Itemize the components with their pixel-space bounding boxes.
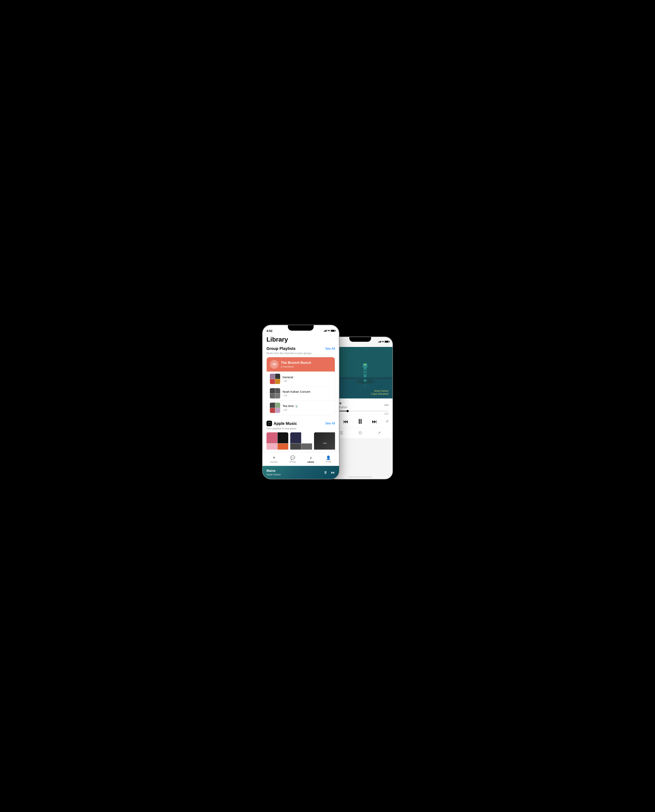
group-info: The Brunch Bunch 6 members bbox=[281, 361, 311, 368]
progress-thumb bbox=[346, 410, 349, 412]
tab-profile[interactable]: 👤 Profile bbox=[326, 455, 331, 463]
prev-button[interactable]: ⏮ bbox=[343, 419, 348, 425]
group-playlists-header: Group Playlists See All bbox=[266, 346, 335, 351]
tab-groups-label: Groups bbox=[289, 461, 296, 463]
group-header[interactable]: TB The Brunch Bunch 6 members bbox=[267, 357, 335, 371]
playlist-item-teatime[interactable]: Tea time 🍵 ♪ 22 bbox=[267, 401, 335, 415]
playlist-thumb-general bbox=[270, 374, 280, 384]
queue-button[interactable]: ☰ bbox=[340, 430, 343, 435]
main-content: Library Group Playlists See All Music fr… bbox=[263, 334, 339, 450]
status-icons-1: ▾▾ bbox=[324, 329, 335, 332]
pause-button[interactable]: ⏸ bbox=[357, 417, 364, 425]
album-title: Cape Elizabeth bbox=[371, 392, 389, 395]
svg-rect-18 bbox=[364, 384, 366, 387]
notch-2 bbox=[349, 337, 371, 342]
signal-icon bbox=[324, 330, 327, 332]
svg-point-8 bbox=[388, 359, 389, 359]
apple-music-grid: HER bbox=[266, 432, 335, 450]
am-playlist-3[interactable]: HER bbox=[314, 432, 335, 450]
profile-icon: 👤 bbox=[326, 455, 331, 460]
svg-point-5 bbox=[378, 352, 379, 352]
playlist-name-0: General bbox=[283, 376, 332, 379]
home-indicator-2 bbox=[348, 476, 372, 478]
apple-music-icon: 🎵 bbox=[266, 421, 272, 426]
apple-music-see-all[interactable]: See All bbox=[325, 422, 335, 425]
progress-bar[interactable]: 1:25 3:52 bbox=[332, 411, 389, 415]
battery-icon bbox=[331, 330, 335, 332]
playlist-thumb-noah bbox=[270, 388, 280, 399]
tab-bar: ✦ Discover 💬 Groups ♪ Library 👤 Profile bbox=[263, 452, 339, 466]
discover-icon: ✦ bbox=[272, 455, 276, 460]
library-icon: ♪ bbox=[310, 455, 312, 460]
mini-artist: Noah Kahan bbox=[266, 473, 323, 476]
mini-player[interactable]: Maine Noah Kahan ⏸ ⏭ bbox=[263, 466, 339, 479]
duration-time: 3:52 bbox=[384, 413, 389, 415]
playlist-item-general[interactable]: General ♪ 24 bbox=[267, 371, 335, 386]
now-playing-header: Maine Noah Kahan ••• bbox=[332, 401, 389, 409]
playlist-count-1: ♪ 14 bbox=[283, 394, 332, 397]
am-playlist-1[interactable] bbox=[266, 432, 288, 450]
playlist-count-0: ♪ 24 bbox=[283, 379, 332, 382]
svg-point-15 bbox=[364, 364, 366, 366]
page-title: Library bbox=[266, 336, 335, 343]
svg-point-2 bbox=[343, 350, 344, 350]
playlist-count-2: ♪ 22 bbox=[283, 408, 332, 411]
wifi-icon-2: ▾▾ bbox=[381, 341, 384, 343]
mini-controls: ⏸ ⏭ bbox=[323, 470, 335, 475]
mini-song: Maine bbox=[266, 469, 323, 473]
album-artist: Noah Kahan bbox=[371, 389, 389, 392]
bottom-controls: ☰ ⊙ ↗ bbox=[332, 428, 389, 435]
apple-music-title: Apple Music bbox=[274, 421, 297, 426]
wifi-icon: ▾▾ bbox=[328, 329, 330, 332]
playlist-item-noah[interactable]: Noah Kahan Concert ♪ 14 bbox=[267, 386, 335, 401]
album-label: Noah Kahan Cape Elizabeth bbox=[371, 389, 389, 395]
notch-1 bbox=[288, 325, 314, 331]
group-playlists-subtitle: Music from the channels in your groups. bbox=[266, 352, 335, 354]
time-1: 4:52 bbox=[266, 329, 272, 333]
mini-pause-button[interactable]: ⏸ bbox=[323, 470, 328, 475]
battery-icon-2 bbox=[384, 341, 389, 343]
am-playlist-2[interactable] bbox=[290, 432, 312, 450]
tab-discover[interactable]: ✦ Discover bbox=[270, 455, 278, 463]
group-playlists-see-all[interactable]: See All bbox=[325, 347, 335, 350]
group-card: TB The Brunch Bunch 6 members bbox=[266, 357, 335, 415]
group-avatar: TB bbox=[270, 360, 278, 369]
tab-library[interactable]: ♪ Library bbox=[308, 455, 314, 463]
playlist-name-1: Noah Kahan Concert bbox=[283, 390, 332, 393]
apple-music-header-row: 🎵 Apple Music See All bbox=[266, 421, 335, 426]
playlist-thumb-tea bbox=[270, 403, 280, 413]
svg-rect-16 bbox=[364, 370, 366, 371]
signal-icon-2 bbox=[378, 341, 381, 342]
phone-1: 4:52 ▾▾ Library Group Playlists Se bbox=[262, 325, 340, 479]
share-button[interactable]: ↗ bbox=[377, 430, 381, 435]
apple-music-subtitle: Your playlists in one place. bbox=[266, 427, 335, 430]
more-button[interactable]: ••• bbox=[384, 403, 389, 407]
next-button[interactable]: ⏭ bbox=[372, 419, 377, 425]
tab-groups[interactable]: 💬 Groups bbox=[289, 455, 296, 463]
svg-point-3 bbox=[357, 351, 357, 351]
svg-point-7 bbox=[351, 355, 352, 355]
repeat-button[interactable]: ↺ bbox=[386, 419, 389, 424]
group-members: 6 members bbox=[281, 365, 311, 368]
tab-discover-label: Discover bbox=[270, 461, 278, 463]
progress-times: 1:25 3:52 bbox=[332, 413, 389, 415]
tab-profile-label: Profile bbox=[326, 461, 331, 463]
group-playlists-title: Group Playlists bbox=[266, 346, 295, 351]
mini-skip-button[interactable]: ⏭ bbox=[331, 470, 335, 475]
airplay-button[interactable]: ⊙ bbox=[358, 430, 362, 435]
svg-rect-17 bbox=[364, 373, 366, 374]
group-name: The Brunch Bunch bbox=[281, 361, 311, 365]
progress-track bbox=[332, 411, 389, 411]
playlist-name-2: Tea time 🍵 bbox=[283, 404, 332, 408]
groups-icon: 💬 bbox=[290, 455, 295, 460]
tab-library-label: Library bbox=[308, 461, 314, 463]
svg-point-4 bbox=[367, 349, 367, 349]
svg-point-6 bbox=[386, 354, 387, 354]
playback-controls: ⇄ ⏮ ⏸ ⏭ ↺ bbox=[332, 417, 389, 425]
